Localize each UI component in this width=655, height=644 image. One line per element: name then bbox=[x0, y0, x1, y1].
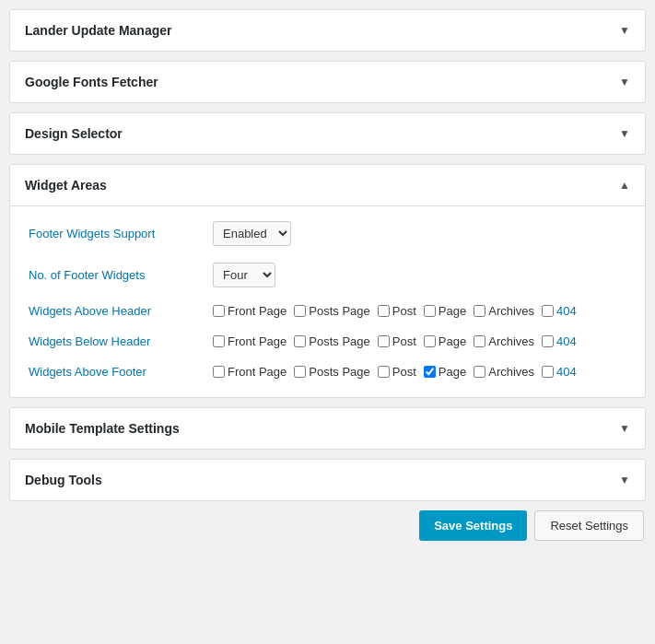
google-fonts-fetcher-title: Google Fonts Fetcher bbox=[25, 75, 158, 89]
above-header-archives-item: Archives bbox=[474, 304, 538, 318]
design-selector-title: Design Selector bbox=[25, 126, 123, 141]
no-of-footer-widgets-select[interactable]: One Two Three Four bbox=[213, 263, 275, 287]
below-header-404-checkbox[interactable] bbox=[542, 335, 554, 347]
lander-update-manager-title: Lander Update Manager bbox=[25, 23, 171, 38]
above-header-post-item: Post bbox=[378, 304, 420, 318]
above-header-front-page-checkbox[interactable] bbox=[213, 305, 225, 317]
below-header-front-page-checkbox[interactable] bbox=[213, 335, 225, 347]
above-footer-archives-label: Archives bbox=[488, 365, 534, 379]
above-header-page-label: Page bbox=[439, 304, 466, 318]
above-footer-front-page-item: Front Page bbox=[213, 365, 290, 379]
above-header-front-page-label: Front Page bbox=[228, 304, 287, 318]
below-header-page-item: Page bbox=[424, 334, 470, 348]
lander-update-manager-chevron bbox=[619, 24, 630, 37]
google-fonts-fetcher-section: Google Fonts Fetcher bbox=[9, 61, 646, 103]
above-footer-archives-checkbox[interactable] bbox=[474, 366, 485, 378]
no-of-footer-widgets-row: No. of Footer Widgets One Two Three Four bbox=[29, 263, 626, 287]
above-header-front-page-item: Front Page bbox=[213, 304, 290, 318]
lander-update-manager-section: Lander Update Manager bbox=[9, 9, 646, 52]
widgets-below-header-row: Widgets Below Header Front Page Posts Pa… bbox=[29, 334, 626, 348]
google-fonts-fetcher-chevron bbox=[619, 76, 630, 88]
widgets-above-header-label: Widgets Above Header bbox=[29, 304, 213, 318]
below-header-posts-page-item: Posts Page bbox=[294, 334, 374, 348]
widgets-above-header-row: Widgets Above Header Front Page Posts Pa… bbox=[29, 304, 626, 318]
footer-widgets-support-control: Enabled Disabled bbox=[213, 221, 291, 246]
above-footer-post-label: Post bbox=[392, 365, 416, 379]
design-selector-chevron bbox=[619, 127, 630, 140]
above-footer-archives-item: Archives bbox=[474, 365, 538, 379]
widget-areas-content: Footer Widgets Support Enabled Disabled … bbox=[10, 205, 645, 397]
footer-widgets-support-row: Footer Widgets Support Enabled Disabled bbox=[29, 221, 626, 246]
above-footer-posts-page-label: Posts Page bbox=[309, 365, 370, 379]
widgets-above-footer-checkboxes: Front Page Posts Page Post Page Archives bbox=[213, 365, 580, 379]
above-footer-post-checkbox[interactable] bbox=[378, 366, 390, 378]
widgets-below-header-checkboxes: Front Page Posts Page Post Page Archives bbox=[213, 334, 580, 348]
google-fonts-fetcher-header[interactable]: Google Fonts Fetcher bbox=[10, 62, 645, 102]
footer-widgets-support-label: Footer Widgets Support bbox=[29, 227, 213, 240]
above-header-post-label: Post bbox=[392, 304, 416, 318]
above-header-404-checkbox[interactable] bbox=[542, 305, 554, 317]
below-header-page-label: Page bbox=[439, 334, 466, 348]
below-header-404-item: 404 bbox=[542, 334, 577, 348]
mobile-template-settings-chevron bbox=[619, 422, 630, 435]
above-header-page-item: Page bbox=[424, 304, 470, 318]
mobile-template-settings-title: Mobile Template Settings bbox=[25, 421, 180, 436]
widget-areas-title: Widget Areas bbox=[25, 178, 107, 193]
below-header-posts-page-checkbox[interactable] bbox=[294, 335, 306, 347]
footer-widgets-support-select[interactable]: Enabled Disabled bbox=[213, 221, 291, 246]
debug-tools-title: Debug Tools bbox=[25, 473, 102, 487]
mobile-template-settings-section: Mobile Template Settings bbox=[9, 407, 646, 450]
above-footer-post-item: Post bbox=[378, 365, 420, 379]
above-footer-posts-page-item: Posts Page bbox=[294, 365, 374, 379]
below-header-post-item: Post bbox=[378, 334, 420, 348]
above-header-posts-page-item: Posts Page bbox=[294, 304, 374, 318]
save-settings-button[interactable]: Save Settings bbox=[419, 510, 527, 541]
below-header-archives-label: Archives bbox=[488, 334, 534, 348]
mobile-template-settings-header[interactable]: Mobile Template Settings bbox=[10, 408, 645, 449]
above-header-archives-label: Archives bbox=[488, 304, 534, 318]
below-header-page-checkbox[interactable] bbox=[424, 335, 436, 347]
debug-tools-section: Debug Tools bbox=[9, 459, 646, 501]
above-footer-page-item: Page bbox=[424, 365, 470, 379]
widgets-above-footer-label: Widgets Above Footer bbox=[29, 365, 213, 379]
below-header-archives-checkbox[interactable] bbox=[474, 335, 485, 347]
above-header-posts-page-label: Posts Page bbox=[309, 304, 370, 318]
below-header-404-link[interactable]: 404 bbox=[556, 334, 577, 348]
debug-tools-chevron bbox=[619, 474, 630, 486]
above-footer-404-link[interactable]: 404 bbox=[556, 365, 577, 379]
footer-buttons: Save Settings Reset Settings bbox=[9, 510, 646, 541]
widgets-above-footer-row: Widgets Above Footer Front Page Posts Pa… bbox=[29, 365, 626, 379]
below-header-archives-item: Archives bbox=[474, 334, 538, 348]
no-of-footer-widgets-control: One Two Three Four bbox=[213, 263, 275, 287]
above-header-archives-checkbox[interactable] bbox=[474, 305, 485, 317]
above-header-404-link[interactable]: 404 bbox=[556, 304, 577, 318]
above-footer-front-page-label: Front Page bbox=[228, 365, 287, 379]
below-header-post-label: Post bbox=[392, 334, 416, 348]
below-header-front-page-item: Front Page bbox=[213, 334, 290, 348]
above-footer-404-item: 404 bbox=[542, 365, 577, 379]
below-header-post-checkbox[interactable] bbox=[378, 335, 390, 347]
above-header-posts-page-checkbox[interactable] bbox=[294, 305, 306, 317]
widget-areas-section: Widget Areas Footer Widgets Support Enab… bbox=[9, 164, 646, 398]
above-footer-front-page-checkbox[interactable] bbox=[213, 366, 225, 378]
widgets-below-header-label: Widgets Below Header bbox=[29, 334, 213, 348]
above-footer-page-label: Page bbox=[439, 365, 466, 379]
above-footer-posts-page-checkbox[interactable] bbox=[294, 366, 306, 378]
lander-update-manager-header[interactable]: Lander Update Manager bbox=[10, 10, 645, 51]
no-of-footer-widgets-label: No. of Footer Widgets bbox=[29, 268, 213, 282]
above-header-post-checkbox[interactable] bbox=[378, 305, 390, 317]
above-header-404-item: 404 bbox=[542, 304, 577, 318]
debug-tools-header[interactable]: Debug Tools bbox=[10, 460, 645, 500]
reset-settings-button[interactable]: Reset Settings bbox=[534, 510, 644, 541]
above-footer-page-checkbox[interactable] bbox=[424, 366, 436, 378]
above-header-page-checkbox[interactable] bbox=[424, 305, 436, 317]
widgets-above-header-checkboxes: Front Page Posts Page Post Page Archives bbox=[213, 304, 580, 318]
design-selector-section: Design Selector bbox=[9, 112, 646, 155]
below-header-posts-page-label: Posts Page bbox=[309, 334, 370, 348]
widget-areas-chevron bbox=[619, 179, 630, 192]
design-selector-header[interactable]: Design Selector bbox=[10, 113, 645, 154]
widget-areas-header[interactable]: Widget Areas bbox=[10, 165, 645, 205]
below-header-front-page-label: Front Page bbox=[228, 334, 287, 348]
above-footer-404-checkbox[interactable] bbox=[542, 366, 554, 378]
